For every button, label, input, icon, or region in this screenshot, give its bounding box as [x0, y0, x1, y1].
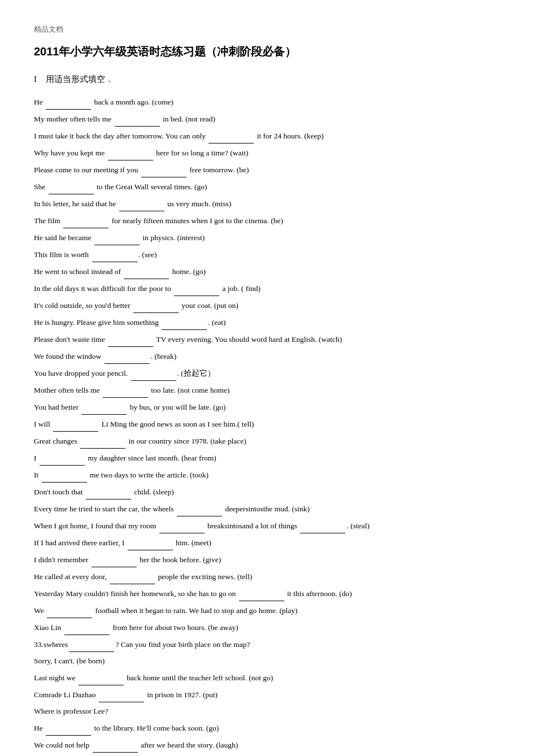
fill-blank: [40, 450, 85, 466]
fill-blank: [99, 687, 144, 702]
fill-blank: [47, 602, 92, 618]
question-item: Yesterday Mary couldn't finish her homew…: [34, 585, 500, 601]
question-item: 33.swheres ? Can you find your birth pla…: [34, 636, 500, 652]
question-item: Why have you kept me here for so long a …: [34, 145, 500, 160]
fill-blank: [46, 720, 91, 736]
fill-blank: [239, 585, 284, 601]
question-item: He to the library. He'll come back soon.…: [34, 720, 500, 736]
fill-blank: [80, 433, 125, 449]
fill-blank: [133, 297, 179, 313]
fill-blank: [177, 501, 222, 516]
section-number: I: [34, 72, 37, 87]
fill-blank: [162, 314, 207, 330]
fill-blank: [159, 518, 205, 533]
question-item: He called at every door, people the exci…: [34, 568, 500, 584]
question-item: If I had arrived there earlier, I him. (…: [34, 535, 500, 550]
watermark-top: 精品文档: [34, 23, 500, 36]
question-item: Great changes in our country since 1978.…: [34, 433, 500, 449]
question-item: She to the Great Wall several times. (go…: [34, 179, 500, 194]
question-item: We could not help after we heard the sto…: [34, 737, 500, 753]
question-item: I my daughter since last month. (hear fr…: [34, 450, 500, 466]
question-item: He went to school instead of home. (go): [34, 263, 500, 279]
question-item: Last night we back home until the teache…: [34, 670, 500, 685]
question-item: Xiao Lin from here for about two hours. …: [34, 619, 500, 635]
question-item: He is hungry. Please give him something …: [34, 314, 500, 330]
question-item: Mother often tells me too late. (not com…: [34, 382, 500, 398]
fill-blank: [94, 229, 140, 245]
fill-blank: [119, 195, 164, 211]
fill-blank: [108, 331, 153, 347]
questions-container: He back a month ago. (come)My mother oft…: [34, 94, 500, 756]
question-item: We football when it began to rain. We ha…: [34, 602, 500, 618]
fill-blank: [79, 670, 124, 685]
question-item: I didn't remember her the book before. (…: [34, 551, 500, 567]
question-item: Please come to our meeting if you free t…: [34, 162, 500, 177]
question-item: You have dropped your pencil. . (拾起它）: [34, 365, 500, 381]
question-item: We found the window . (break): [34, 348, 500, 364]
page-title: 2011年小学六年级英语时态练习题（冲刺阶段必备）: [34, 41, 500, 62]
fill-blank: [49, 179, 94, 194]
question-item: The film for nearly fifteen minutes when…: [34, 212, 500, 228]
fill-blank: [92, 754, 137, 756]
question-item: It me two days to write the article. (to…: [34, 467, 500, 483]
question-item: Would you please me an English-Chinese d…: [34, 754, 500, 756]
fill-blank: [64, 619, 110, 635]
fill-blank: [92, 246, 137, 262]
fill-blank: [108, 145, 153, 160]
question-item: This film is worth . (see): [34, 246, 500, 262]
question-item: Where is professor Lee?: [34, 703, 500, 719]
fill-blank: [300, 518, 345, 533]
question-item: You had better by bus, or you will be la…: [34, 399, 500, 415]
fill-blank: [131, 365, 176, 381]
question-item: When I got home, I found that my room br…: [34, 518, 500, 533]
fill-blank: [86, 484, 131, 499]
question-item: He said he became in physics. (interest): [34, 229, 500, 245]
question-item: I must take it back the day after tomorr…: [34, 128, 500, 144]
question-item: It's cold outside, so you'd better your …: [34, 297, 500, 313]
fill-blank: [46, 94, 91, 110]
question-item: Comrade Li Dazhao in prison in 1927. (pu…: [34, 687, 500, 702]
fill-blank: [124, 263, 169, 279]
fill-blank: [42, 467, 87, 483]
question-item: My mother often tells me in bed. (not re…: [34, 111, 500, 127]
question-item: Please don't waste time TV every evening…: [34, 331, 500, 347]
question-item: He back a month ago. (come): [34, 94, 500, 110]
fill-blank: [141, 162, 186, 177]
fill-blank: [105, 348, 150, 364]
section-label: 用适当形式填空．: [46, 72, 114, 87]
fill-blank: [110, 568, 155, 584]
question-item: Every time he tried to start the car, th…: [34, 501, 500, 516]
fill-blank: [93, 737, 138, 753]
fill-blank: [128, 535, 173, 550]
question-item: In the old days it was difficult for the…: [34, 280, 500, 296]
fill-blank: [174, 280, 219, 296]
fill-blank: [53, 416, 98, 432]
question-item: In his letter, he said that he us very m…: [34, 195, 500, 211]
question-item: Sorry, I can't. (be born): [34, 653, 500, 668]
fill-blank: [81, 399, 127, 415]
fill-blank: [209, 128, 254, 144]
fill-blank: [115, 111, 160, 127]
fill-blank: [69, 636, 114, 652]
fill-blank: [63, 212, 108, 228]
fill-blank: [92, 551, 137, 567]
fill-blank: [103, 382, 148, 398]
question-item: Don't touch that child. (sleep): [34, 484, 500, 499]
question-item: I will Li Ming the good news as soon as …: [34, 416, 500, 432]
